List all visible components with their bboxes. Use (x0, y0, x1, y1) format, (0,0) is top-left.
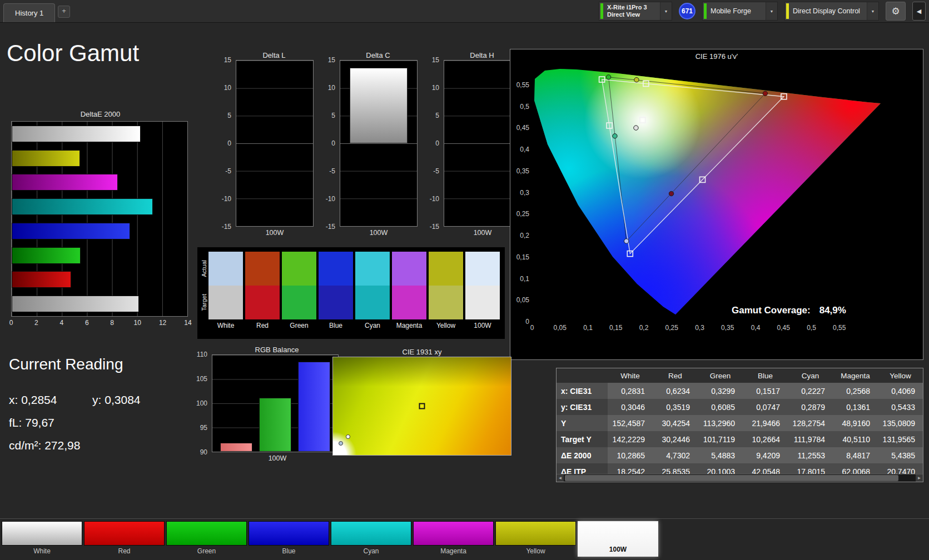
y-tick-label: 5 (331, 112, 335, 119)
y-axis-labels: 151050-5-10-15 (218, 60, 234, 227)
swatch-target (282, 286, 316, 319)
swatch-row-labels: Actual Target (200, 252, 208, 339)
cie76-title: CIE 1976 u'v' (510, 52, 923, 61)
x-tick-label: 14 (184, 319, 191, 327)
table-cell: 0,5433 (878, 399, 923, 415)
y-tick-label: 95 (200, 424, 207, 432)
rgb-bar-red (220, 443, 252, 452)
table-cell: 4,7302 (653, 447, 698, 463)
patch-button-blue[interactable]: Blue (249, 521, 329, 557)
x-value: 0,2854 (21, 393, 57, 406)
patch-label: 100W (578, 544, 658, 555)
swatch-column-white: White (208, 252, 243, 339)
settings-button[interactable]: ⚙ (886, 2, 906, 21)
x-tick-label: 0 (530, 324, 534, 332)
x-tick-label: 8 (110, 319, 114, 327)
patch-button-100w[interactable]: 100W (578, 521, 658, 557)
gamut-coverage-label: Gamut Coverage: (732, 305, 811, 316)
table-cell: 128,2754 (788, 415, 833, 431)
pattern-source-select[interactable]: Mobile Forge ▼ (702, 2, 778, 21)
table-cell: 10,2865 (608, 447, 653, 463)
display-control-select[interactable]: Direct Display Control ▼ (784, 2, 879, 21)
rgb-balance-chart: RGB Balance 1101051009590 100W (192, 346, 345, 462)
x-tick-label: 0,05 (554, 324, 567, 332)
patch-label: Cyan (331, 546, 411, 557)
y-axis-labels: 1101051009590 (192, 354, 210, 452)
swatch-target (319, 286, 353, 319)
topbar: History 1 + X-Rite i1Pro 3 Direct View ▼… (0, 0, 929, 23)
deltae-bar-100w (12, 296, 139, 312)
table-header-cell: Magenta (833, 372, 878, 380)
patch-button-white[interactable]: White (2, 521, 82, 557)
swatch-actual (245, 252, 280, 286)
y-tick-label: 0,1 (514, 275, 529, 283)
table-cell: 0,6234 (653, 383, 698, 399)
meter-select[interactable]: X-Rite i1Pro 3 Direct View ▼ (599, 2, 672, 21)
y-tick-label: 0,5 (514, 103, 529, 111)
table-row-label: Target Y (557, 431, 608, 447)
swatch-actual (208, 252, 243, 286)
patch-button-red[interactable]: Red (84, 521, 165, 557)
table-cell: 0,2879 (788, 399, 833, 415)
cdm2-label: cd/m²: (9, 439, 41, 452)
current-reading-fl: fL: 79,67 (9, 416, 141, 429)
add-tab-button[interactable]: + (58, 6, 70, 18)
table-horizontal-scrollbar[interactable]: ◄ ► (557, 474, 923, 482)
patch-button-yellow[interactable]: Yellow (495, 521, 576, 557)
x-tick-label: 10 (133, 319, 141, 327)
delta-l-chart: Delta L 151050-5-10-15 100W (218, 51, 314, 237)
cie1976-panel: CIE 1976 u'v' 00,050,10,150,20,250,30,35… (510, 49, 923, 360)
cie-measurement-marker-cyan (613, 134, 617, 138)
chart-title: RGB Balance (208, 346, 345, 354)
gear-icon: ⚙ (891, 6, 900, 17)
swatch-target (392, 286, 426, 319)
table-cell: 5,4385 (878, 447, 923, 463)
table-cell: 8,4817 (833, 447, 878, 463)
swatch-column-yellow: Yellow (429, 252, 463, 339)
table-header-row: WhiteRedGreenBlueCyanMagentaYellow (557, 368, 923, 383)
y-tick-label: -5 (329, 167, 335, 175)
x-tick-label: 2 (34, 319, 38, 327)
table-row-label: y: CIE31 (557, 399, 608, 415)
table-cell: 0,4069 (878, 383, 923, 399)
swatch-column-red: Red (245, 252, 280, 339)
swatch-label: Magenta (392, 319, 426, 333)
patch-button-cyan[interactable]: Cyan (331, 521, 411, 557)
table-cell: 9,4209 (743, 447, 788, 463)
scroll-right-icon[interactable]: ► (916, 474, 923, 482)
table-cell: 0,2227 (788, 383, 833, 399)
fl-label: fL: (9, 416, 22, 429)
y-tick-label: -15 (326, 223, 335, 231)
topbar-controls: X-Rite i1Pro 3 Direct View ▼ 671 Mobile … (599, 2, 926, 21)
chart-title: Delta C (339, 51, 418, 60)
display-control-name: Direct Display Control (793, 7, 860, 15)
table-corner-cell (557, 368, 608, 383)
y-tick-label: 0,35 (514, 167, 529, 175)
patch-button-magenta[interactable]: Magenta (413, 521, 494, 557)
display-control-status-indicator (786, 3, 789, 19)
deltae2000-chart: DeltaE 2000 02468101214 (10, 110, 191, 343)
table-cell: 40,5110 (833, 431, 878, 447)
table-cell: 48,9160 (833, 415, 878, 431)
table-row: ΔE ITP18,254225,853520,100342,054817,801… (557, 463, 923, 474)
table-header-cell: Yellow (878, 372, 923, 380)
scroll-left-icon[interactable]: ◄ (557, 474, 564, 482)
patch-button-green[interactable]: Green (166, 521, 247, 557)
table-cell: 131,9565 (878, 431, 923, 447)
table-cell: 42,0548 (743, 463, 788, 474)
table-header-cell: Red (653, 372, 698, 380)
y-tick-label: 0,55 (514, 81, 529, 89)
swatch-column-magenta: Magenta (392, 252, 426, 339)
patch-label: White (2, 546, 82, 557)
deltae-bar-magenta (12, 174, 118, 191)
table-cell: 0,3299 (698, 383, 743, 399)
source-name: Mobile Forge (711, 7, 751, 15)
table-cell: 0,1361 (833, 399, 878, 415)
collapse-panel-button[interactable]: ◀ (912, 2, 926, 21)
table-cell: 0,1517 (743, 383, 788, 399)
delta-h-chart: Delta H 151050-5-10-15 100W (426, 51, 521, 237)
cie-measurement-marker-white (634, 126, 638, 130)
tab-history-1[interactable]: History 1 (3, 3, 55, 22)
y-tick-label: 110 (197, 351, 207, 358)
scrollbar-thumb[interactable] (565, 475, 898, 481)
